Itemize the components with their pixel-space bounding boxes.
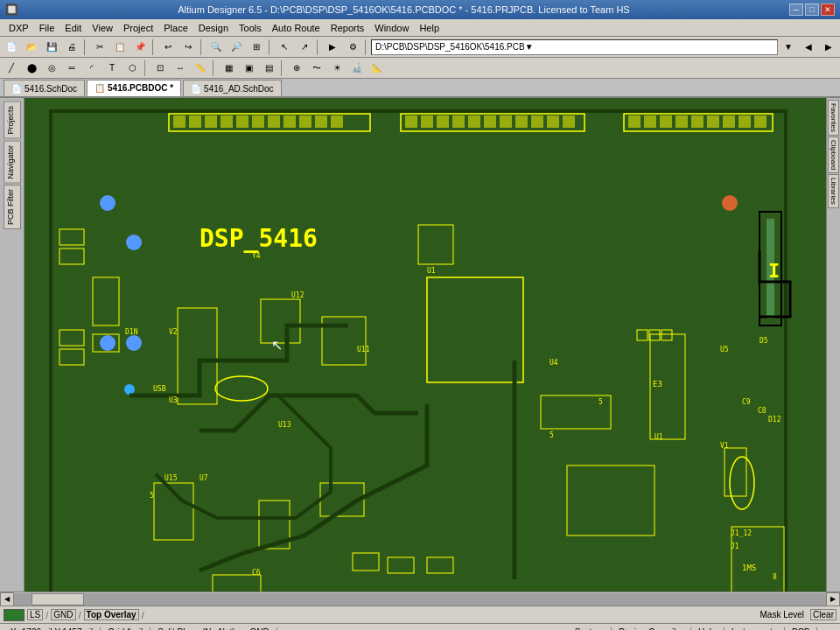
- board-button[interactable]: ▣: [239, 60, 258, 77]
- schematic2-icon: 📄: [191, 84, 201, 94]
- main-area: Projects Navigator PCB Filter: [0, 98, 840, 592]
- svg-text:C8: C8: [758, 407, 766, 415]
- track-button[interactable]: ═: [62, 60, 81, 77]
- dimension-button[interactable]: ↔: [171, 60, 190, 77]
- open-button[interactable]: 📂: [22, 38, 41, 56]
- measure-button[interactable]: 📐: [368, 60, 387, 77]
- menu-file[interactable]: File: [34, 21, 60, 35]
- svg-text:5: 5: [550, 431, 554, 439]
- svg-rect-25: [547, 116, 559, 128]
- pcb-inspect[interactable]: 🔬: [347, 60, 367, 77]
- tb2-sep1: [144, 60, 148, 76]
- sidebar-pcbfilter[interactable]: PCB Filter: [4, 185, 21, 229]
- svg-rect-17: [421, 116, 433, 128]
- redo-button[interactable]: ↪: [178, 38, 198, 56]
- menu-dxp[interactable]: DXP: [4, 21, 34, 35]
- svg-point-38: [100, 195, 116, 211]
- pad-button[interactable]: ⬤: [22, 60, 41, 77]
- svg-rect-10: [268, 116, 280, 128]
- menu-window[interactable]: Window: [369, 21, 414, 35]
- schematic-icon: 📄: [11, 84, 22, 94]
- toolbar-sep3: [200, 39, 204, 55]
- rule-button[interactable]: 📏: [191, 60, 210, 77]
- menu-project[interactable]: Project: [118, 21, 158, 35]
- toolbar-sep2: [152, 39, 156, 55]
- scroll-left-button[interactable]: ◀: [0, 592, 14, 606]
- menu-design[interactable]: Design: [193, 21, 234, 35]
- path-box[interactable]: D:\PCB\DSP\DSP_5416OK\5416.PCB▼: [371, 39, 778, 55]
- menu-edit[interactable]: Edit: [60, 21, 87, 35]
- svg-text:D1N: D1N: [125, 328, 138, 336]
- svg-text:U11: U11: [357, 346, 370, 354]
- save-button[interactable]: 💾: [42, 38, 61, 56]
- svg-rect-8: [236, 116, 248, 128]
- app-icon: 🔲: [5, 4, 18, 16]
- text-button[interactable]: T: [102, 60, 122, 77]
- cross-section-button[interactable]: ⊕: [287, 60, 306, 77]
- maximize-button[interactable]: □: [805, 4, 819, 16]
- layer-ls[interactable]: LS: [27, 609, 43, 620]
- zoom-out-button[interactable]: 🔎: [227, 38, 246, 56]
- poly-button[interactable]: ⬡: [122, 60, 142, 77]
- svg-text:U5: U5: [720, 346, 729, 354]
- zoom-fit-button[interactable]: ⊞: [247, 38, 266, 56]
- menu-place[interactable]: Place: [158, 21, 193, 35]
- sidebar-projects[interactable]: Projects: [4, 102, 21, 139]
- svg-rect-36: [754, 116, 766, 128]
- cut-button[interactable]: ✂: [90, 38, 109, 56]
- zoom-in-button[interactable]: 🔍: [206, 38, 226, 56]
- run-drc-button[interactable]: ▶: [323, 38, 342, 56]
- arc-button[interactable]: ◜: [82, 60, 102, 77]
- svg-rect-22: [500, 116, 512, 128]
- deselect-button[interactable]: ↗: [295, 38, 314, 56]
- svg-point-43: [124, 384, 135, 395]
- undo-button[interactable]: ↩: [158, 38, 178, 56]
- signal-button[interactable]: 〜: [307, 60, 326, 77]
- svg-point-40: [100, 335, 116, 351]
- sidebar-navigator[interactable]: Navigator: [4, 141, 21, 184]
- menu-tools[interactable]: Tools: [234, 21, 267, 35]
- via-button[interactable]: ◎: [42, 60, 61, 77]
- layer-top-overlay[interactable]: Top Overlay: [84, 609, 139, 620]
- highlight-button[interactable]: ☀: [327, 60, 346, 77]
- horizontal-scroll-thumb[interactable]: [32, 593, 84, 606]
- flood-fill-button[interactable]: ▤: [259, 60, 278, 77]
- new-button[interactable]: 📄: [2, 38, 21, 56]
- tab-schematic2[interactable]: 📄 5416_AD.SchDoc: [183, 80, 282, 96]
- menu-reports[interactable]: Reports: [326, 21, 370, 35]
- select-button[interactable]: ↖: [275, 38, 294, 56]
- component-button[interactable]: ⊡: [150, 60, 170, 77]
- svg-rect-32: [691, 116, 704, 128]
- svg-rect-26: [563, 116, 575, 128]
- minimize-button[interactable]: ─: [789, 4, 803, 16]
- svg-rect-12: [299, 116, 312, 128]
- paste-button[interactable]: 📌: [130, 38, 150, 56]
- pcb-canvas[interactable]: DSP_5416: [24, 98, 826, 592]
- tb2-sep2: [213, 60, 216, 76]
- 3d-button[interactable]: ▦: [219, 60, 238, 77]
- path-dropdown[interactable]: ▼: [779, 38, 798, 56]
- tab-schematic1[interactable]: 📄 5416.SchDoc: [4, 80, 85, 96]
- copy-button[interactable]: 📋: [110, 38, 130, 56]
- tab-pcb[interactable]: 📋 5416.PCBDOC *: [87, 80, 181, 96]
- menu-autoroute[interactable]: Auto Route: [267, 21, 326, 35]
- document-tabbar: 📄 5416.SchDoc 📋 5416.PCBDOC * 📄 5416_AD.…: [0, 79, 840, 98]
- print-button[interactable]: 🖨: [62, 38, 81, 56]
- sidebar-favorites[interactable]: Favorites: [828, 100, 839, 136]
- sidebar-libraries[interactable]: Libraries: [828, 174, 839, 208]
- nav-back[interactable]: ◀: [799, 38, 818, 56]
- compile-button[interactable]: ⚙: [343, 38, 362, 56]
- close-button[interactable]: ✕: [821, 4, 835, 16]
- wire-button[interactable]: ╱: [2, 60, 21, 77]
- svg-text:V2: V2: [169, 328, 178, 336]
- menu-view[interactable]: View: [87, 21, 118, 35]
- layer-gnd[interactable]: GND: [51, 609, 75, 620]
- nav-forward[interactable]: ▶: [819, 38, 838, 56]
- sidebar-clipboard[interactable]: Clipboard: [828, 136, 839, 173]
- menu-help[interactable]: Help: [414, 21, 444, 35]
- scroll-right-button[interactable]: ▶: [826, 592, 840, 606]
- clear-button[interactable]: Clear: [810, 609, 836, 620]
- horizontal-scroll-track[interactable]: [14, 593, 826, 606]
- svg-rect-23: [515, 116, 528, 128]
- left-panel: Projects Navigator PCB Filter: [0, 98, 24, 592]
